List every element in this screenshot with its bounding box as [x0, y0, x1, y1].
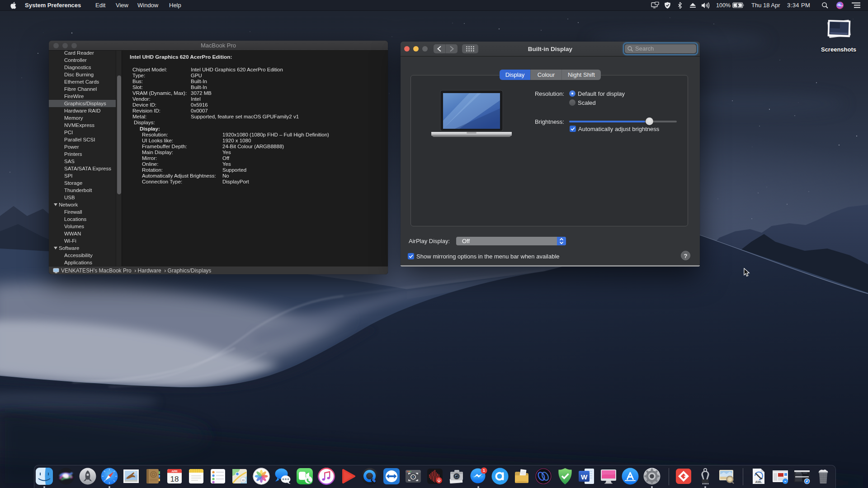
svg-text:1: 1: [483, 468, 485, 473]
svg-text:3D: 3D: [241, 479, 245, 482]
svg-text:18: 18: [170, 475, 179, 483]
svg-text:W: W: [581, 473, 588, 481]
svg-text:AML: AML: [755, 480, 762, 483]
svg-text:APR: APR: [171, 469, 178, 473]
